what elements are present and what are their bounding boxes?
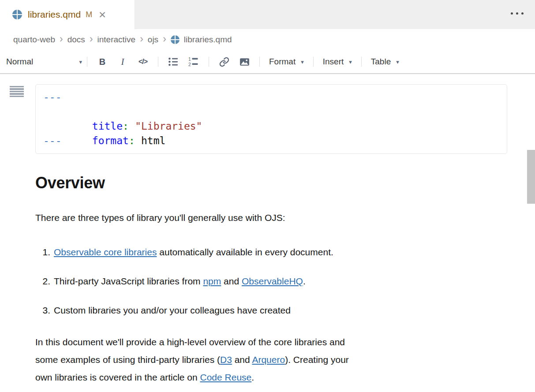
paragraph-text-segment: In this document we'll provide a high-le… (35, 337, 345, 347)
closing-paragraph: In this document we'll provide a high-le… (35, 333, 507, 386)
toolbar-divider (259, 57, 260, 67)
bold-button[interactable]: B (92, 54, 112, 70)
more-actions-icon[interactable] (511, 12, 524, 15)
format-menu-label: Format (269, 57, 296, 67)
yaml-delimiter: --- (43, 91, 62, 103)
chevron-right-icon: › (140, 34, 143, 45)
link-button[interactable] (214, 54, 234, 70)
insert-menu-label: Insert (323, 57, 344, 67)
list-item-text-segment: . (303, 276, 306, 286)
list-item-text-segment: automatically available in every documen… (157, 247, 333, 257)
paragraph-text-segment: and (232, 355, 252, 365)
toolbar-divider (313, 57, 314, 67)
vertical-scrollbar[interactable] (527, 150, 535, 392)
format-toolbar: Normal ▾ B I </> (0, 50, 535, 74)
yaml-value-title: "Libraries" (129, 120, 202, 132)
list-number: 2. (35, 273, 54, 290)
image-button[interactable] (234, 54, 254, 70)
breadcrumb-item-interactive[interactable]: interactive (97, 35, 136, 45)
yaml-colon: : (129, 135, 135, 146)
tab-title: libraries.qmd (28, 9, 81, 20)
link-code-reuse[interactable]: Code Reuse (200, 372, 252, 382)
list-item-text: Custom libraries you and/or your colleag… (54, 302, 291, 319)
list-item-text-segment: Third-party JavaScript libraries from (54, 276, 203, 286)
svg-text:1: 1 (188, 56, 191, 62)
yaml-delimiter: --- (43, 135, 62, 146)
link-d3[interactable]: D3 (220, 355, 232, 365)
paragraph-text-segment: some examples of using third-party libra… (35, 355, 220, 365)
chevron-down-icon: ▾ (301, 59, 304, 65)
quarto-icon (12, 10, 22, 19)
list-item-1: 1. Observable core libraries automatical… (35, 243, 507, 261)
toolbar-divider (158, 57, 158, 67)
link-observable-core-libraries[interactable]: Observable core libraries (54, 247, 157, 257)
yaml-colon: : (123, 120, 129, 132)
image-icon (239, 56, 250, 67)
list-item-text: Third-party JavaScript libraries from np… (54, 273, 306, 290)
chevron-down-icon: ▾ (396, 59, 399, 65)
list-item-text: Observable core libraries automatically … (54, 243, 333, 261)
chevron-down-icon: ▾ (349, 59, 352, 65)
paragraph-style-dropdown[interactable]: Normal ▾ (6, 57, 82, 67)
chevron-down-icon: ▾ (79, 59, 82, 65)
table-menu[interactable]: Table ▾ (367, 57, 404, 67)
paragraph-style-value: Normal (6, 57, 33, 67)
chevron-right-icon: › (163, 34, 166, 45)
heading-overview: Overview (35, 174, 507, 192)
format-menu[interactable]: Format ▾ (265, 57, 308, 67)
list-number: 3. (35, 302, 54, 319)
drag-handle-icon[interactable] (9, 85, 25, 98)
yaml-front-matter-block[interactable]: --- title:"Libraries" format:html --- (35, 84, 507, 154)
breadcrumb-item-file[interactable]: libraries.qmd (184, 35, 232, 45)
list-number: 1. (35, 243, 54, 261)
list-item-3: 3. Custom libraries you and/or your coll… (35, 302, 507, 319)
breadcrumb-item-docs[interactable]: docs (67, 35, 85, 45)
link-icon (219, 57, 229, 67)
table-menu-label: Table (371, 57, 391, 67)
chevron-right-icon: › (90, 34, 93, 45)
list-item-text-segment: and (221, 276, 242, 286)
paragraph-text-segment: ). Creating your (285, 355, 349, 365)
breadcrumb-item-ojs[interactable]: ojs (148, 35, 158, 45)
numbered-list-button[interactable]: 1 2 (183, 54, 204, 70)
numbered-list-icon: 1 2 (188, 56, 199, 67)
paragraph-text-segment: own libraries is covered in the article … (35, 372, 200, 382)
breadcrumb-item-quarto-web[interactable]: quarto-web (13, 35, 55, 45)
intro-paragraph: There are three types of library you'll … (35, 209, 507, 227)
visual-editor-window: libraries.qmd M ✕ quarto-web › docs › in… (0, 0, 535, 392)
toolbar-divider (361, 57, 362, 67)
quarto-icon (171, 35, 180, 44)
library-types-list: 1. Observable core libraries automatical… (35, 243, 507, 319)
document-editor[interactable]: --- title:"Libraries" format:html --- Ov… (0, 74, 535, 392)
yaml-key-format: format (92, 135, 129, 146)
italic-button[interactable]: I (112, 54, 133, 70)
link-observablehq[interactable]: ObservableHQ (242, 276, 303, 286)
toolbar-divider (87, 57, 87, 67)
toolbar-divider (209, 57, 209, 67)
bullet-list-button[interactable] (163, 54, 183, 70)
chevron-right-icon: › (60, 34, 63, 45)
list-item-2: 2. Third-party JavaScript libraries from… (35, 273, 507, 290)
modified-badge: M (86, 10, 92, 19)
link-arquero[interactable]: Arquero (252, 355, 285, 365)
yaml-key-title: title (92, 120, 123, 132)
link-npm[interactable]: npm (203, 276, 221, 286)
bullet-list-icon (168, 56, 179, 67)
close-icon[interactable]: ✕ (98, 10, 106, 19)
scrollbar-thumb[interactable] (527, 150, 535, 204)
code-icon: </> (138, 58, 147, 66)
tab-bar: libraries.qmd M ✕ (0, 0, 535, 29)
italic-icon: I (121, 56, 124, 67)
paragraph-text-segment: . (251, 372, 254, 382)
bold-icon: B (99, 57, 105, 67)
code-button[interactable]: </> (133, 54, 153, 70)
breadcrumb: quarto-web › docs › interactive › ojs › … (0, 29, 535, 50)
tab-libraries-qmd[interactable]: libraries.qmd M ✕ (0, 0, 135, 29)
svg-text:2: 2 (188, 62, 191, 67)
insert-menu[interactable]: Insert ▾ (318, 57, 356, 67)
yaml-value-format: html (135, 135, 166, 146)
